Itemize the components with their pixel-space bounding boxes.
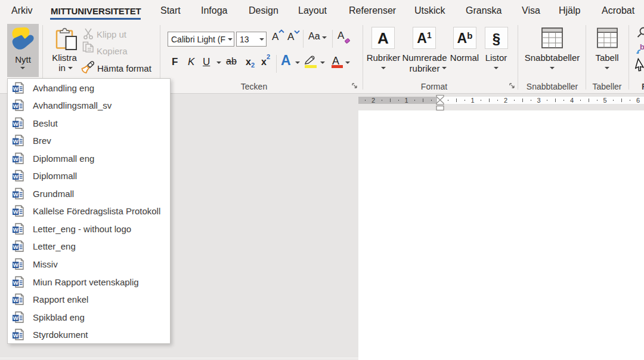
svg-text:W: W (13, 261, 18, 268)
svg-text:b: b (640, 43, 644, 51)
svg-text:W: W (13, 191, 18, 198)
svg-text:W: W (13, 85, 18, 91)
svg-text:W: W (13, 297, 18, 303)
svg-text:W: W (13, 208, 18, 215)
svg-text:W: W (13, 314, 18, 321)
svg-text:W: W (13, 173, 18, 180)
svg-text:W: W (13, 103, 18, 109)
svg-text:W: W (13, 279, 18, 285)
svg-text:W: W (13, 138, 18, 144)
svg-text:W: W (13, 244, 18, 250)
svg-text:W: W (13, 120, 18, 127)
svg-text:W: W (13, 332, 18, 339)
svg-text:W: W (13, 155, 18, 162)
svg-text:W: W (13, 226, 18, 233)
